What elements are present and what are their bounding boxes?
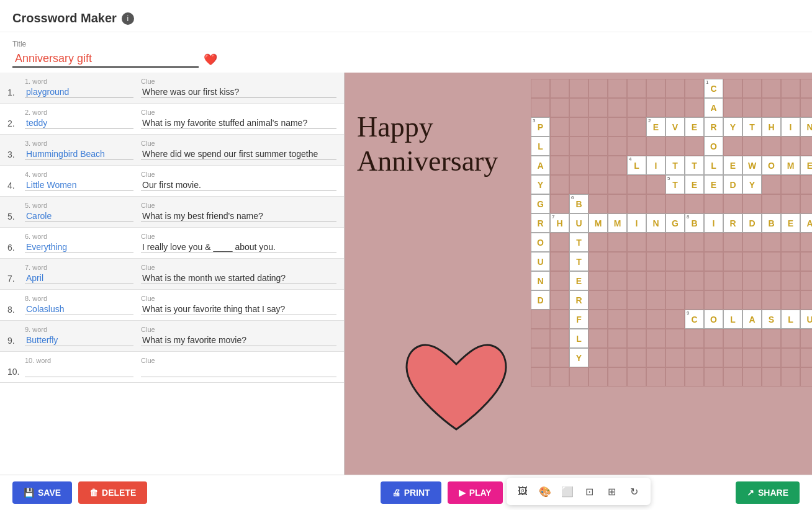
crossword-cell: O (531, 233, 550, 252)
crossword-cell: M (781, 156, 800, 175)
clue-input[interactable] (141, 117, 336, 129)
print-label: PRINT (404, 488, 430, 498)
crossword-cell: A (531, 156, 550, 175)
word-number: 3. (7, 140, 25, 160)
word-col-label: 7. word (25, 264, 133, 271)
clue-input[interactable] (141, 86, 336, 98)
puzzle-title-input[interactable] (12, 51, 199, 68)
word-item: 8. 8. word Clue (0, 290, 344, 321)
crossword-cell: R (531, 213, 550, 233)
crossword-cell: E (704, 175, 723, 194)
crossword-cell: W (742, 156, 762, 175)
save-button[interactable]: 💾 SAVE (12, 481, 72, 504)
word-col-label: 9. word (25, 326, 133, 333)
clue-input[interactable] (141, 179, 336, 191)
word-input[interactable] (25, 210, 133, 222)
crossword-cell: I (704, 213, 723, 233)
crossword-cell: F (569, 310, 589, 329)
crossword-cell: L (723, 310, 742, 329)
crossword-cell: I (646, 156, 665, 175)
crossword-cell: U (531, 252, 550, 271)
word-col-label: 2. word (25, 109, 133, 116)
clue-input[interactable] (141, 210, 336, 222)
crossword-cell: E (685, 175, 704, 194)
crossword-cell: U (569, 213, 589, 233)
word-input[interactable] (25, 365, 133, 377)
clue-input[interactable] (141, 303, 336, 315)
play-icon: ▶ (459, 488, 466, 498)
crossword-cell: 6B (569, 194, 589, 213)
delete-button[interactable]: 🗑 DELETE (78, 481, 147, 504)
clue-col-label: Clue (141, 140, 336, 147)
crossword-toolbar: 🖼 🎨 ⬜ ⊡ ⊞ ↻ (507, 478, 651, 505)
crossword-cell: E (569, 271, 589, 290)
crossword-cell: N (800, 117, 812, 136)
clue-input[interactable] (141, 334, 336, 346)
print-button[interactable]: 🖨 PRINT (381, 481, 441, 504)
word-input[interactable] (25, 86, 133, 98)
word-col-label: 5. word (25, 202, 133, 209)
main-content: 1. 1. word Clue 2. 2. word Clue 3. 3. w (0, 73, 812, 510)
refresh-button[interactable]: ↻ (625, 481, 644, 501)
square-button[interactable]: ⬜ (557, 481, 577, 501)
word-number: 5. (7, 202, 25, 222)
word-input[interactable] (25, 179, 133, 191)
word-col-label: 1. word (25, 78, 133, 85)
crossword-cell: S (762, 310, 781, 329)
info-icon[interactable]: i (122, 12, 134, 25)
heart-decoration-overlay (394, 333, 518, 442)
word-input[interactable] (25, 241, 133, 253)
crossword-cell: I (627, 213, 646, 233)
word-col-label: 10. word (25, 357, 133, 364)
delete-icon: 🗑 (89, 488, 98, 498)
bottom-left-actions: 💾 SAVE 🗑 DELETE (12, 481, 147, 504)
save-label: SAVE (38, 488, 61, 498)
play-button[interactable]: ▶ PLAY (448, 481, 503, 504)
grid-button[interactable]: ⊞ (602, 481, 622, 501)
crossword-cell: D (723, 175, 742, 194)
crossword-cell: T (569, 233, 589, 252)
crossword-cell: O (762, 156, 781, 175)
crossword-cell: N (646, 213, 665, 233)
crossword-cell: D (531, 290, 550, 310)
clue-col-label: Clue (141, 202, 336, 209)
crossword-cell: R (569, 290, 589, 310)
word-input[interactable] (25, 148, 133, 160)
word-input[interactable] (25, 117, 133, 129)
word-input[interactable] (25, 272, 133, 284)
word-input[interactable] (25, 303, 133, 315)
word-col-label: 4. word (25, 171, 133, 178)
word-number: 2. (7, 109, 25, 129)
crossword-cell: U (800, 310, 812, 329)
crossword-cell: 9C (685, 310, 704, 329)
clue-input[interactable] (141, 365, 336, 377)
crossword-cell: L (569, 329, 589, 348)
share-button[interactable]: ↗ SHARE (736, 481, 800, 504)
palette-button[interactable]: 🎨 (535, 481, 555, 501)
crossword-cell: T (685, 156, 704, 175)
crossword-cell: B (762, 213, 781, 233)
crossword-cell: L (704, 156, 723, 175)
word-item: 7. 7. word Clue (0, 259, 344, 290)
word-col-label: 3. word (25, 140, 133, 147)
word-col-label: 6. word (25, 233, 133, 240)
clue-col-label: Clue (141, 295, 336, 302)
app-header: Crossword Maker i (0, 0, 812, 32)
word-input[interactable] (25, 334, 133, 346)
clue-input[interactable] (141, 241, 336, 253)
add-image-button[interactable]: 🖼 (513, 481, 533, 501)
crossword-cell: A (742, 310, 762, 329)
clue-col-label: Clue (141, 233, 336, 240)
app-title: Crossword Maker (12, 11, 117, 25)
clue-input[interactable] (141, 272, 336, 284)
play-label: PLAY (469, 488, 492, 498)
crossword-cell: T (742, 117, 762, 136)
crossword-cell: 1C (704, 79, 723, 98)
bottom-right-actions: ↗ SHARE (736, 481, 800, 504)
clue-input[interactable] (141, 148, 336, 160)
clue-col-label: Clue (141, 326, 336, 333)
crossword-cell: D (742, 213, 762, 233)
dotted-square-button[interactable]: ⊡ (580, 481, 600, 501)
word-number: 4. (7, 171, 25, 191)
crossword-cell: Y (723, 117, 742, 136)
